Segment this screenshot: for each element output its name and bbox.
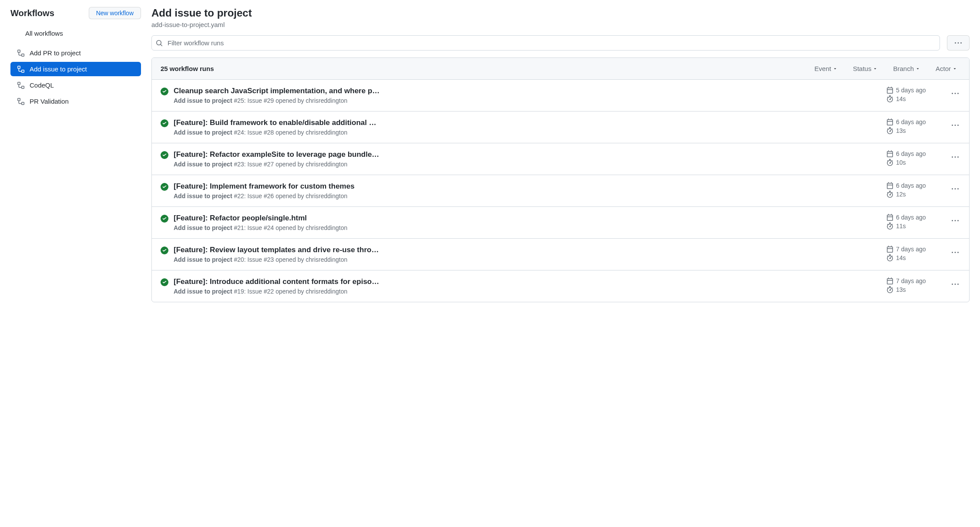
run-menu-button[interactable] [950, 277, 960, 293]
run-menu-button[interactable] [950, 118, 960, 134]
caret-down-icon [833, 67, 837, 71]
run-duration: 11s [896, 223, 906, 230]
run-time: 6 days ago [896, 182, 926, 189]
run-title[interactable]: [Feature]: Build framework to enable/dis… [174, 118, 881, 127]
run-meta: Add issue to project #21: Issue #24 open… [174, 224, 881, 231]
filter-event[interactable]: Event [815, 65, 837, 72]
run-duration: 14s [896, 254, 906, 261]
workflow-icon [17, 50, 24, 57]
stopwatch-icon [886, 286, 893, 293]
run-duration: 13s [896, 286, 906, 293]
sidebar-item-label: CodeQL [30, 81, 54, 89]
run-duration: 12s [896, 191, 906, 198]
caret-down-icon [873, 67, 877, 71]
run-meta: Add issue to project #20: Issue #23 open… [174, 256, 881, 263]
search-box [151, 35, 940, 51]
kebab-icon [955, 40, 962, 47]
stopwatch-icon [886, 191, 893, 198]
calendar-icon [886, 182, 893, 189]
run-menu-button[interactable] [950, 150, 960, 166]
run-item: [Feature]: Review layout templates and d… [152, 238, 969, 270]
kebab-icon [952, 186, 959, 193]
run-meta: Add issue to project #24: Issue #28 open… [174, 129, 881, 136]
kebab-icon [952, 217, 959, 224]
sidebar-item-label: PR Validation [30, 98, 69, 105]
success-icon [161, 278, 168, 286]
success-icon [161, 119, 168, 127]
run-time: 6 days ago [896, 214, 926, 221]
success-icon [161, 183, 168, 191]
success-icon [161, 88, 168, 95]
sidebar-item-label: Add issue to project [30, 65, 87, 73]
run-item: [Feature]: Introduce additional content … [152, 270, 969, 302]
run-menu-button[interactable] [950, 87, 960, 102]
sidebar-item-workflow[interactable]: PR Validation [10, 94, 141, 108]
filter-label: Status [853, 65, 872, 72]
filter-actor[interactable]: Actor [936, 65, 957, 72]
runs-count: 25 workflow runs [161, 65, 815, 72]
run-duration: 10s [896, 159, 906, 166]
workflow-icon [17, 98, 24, 105]
run-item: [Feature]: Refactor people/single.htmlAd… [152, 206, 969, 238]
calendar-icon [886, 150, 893, 157]
stopwatch-icon [886, 95, 893, 102]
filter-label: Branch [893, 65, 914, 72]
success-icon [161, 215, 168, 223]
run-meta: Add issue to project #25: Issue #29 open… [174, 97, 881, 104]
stopwatch-icon [886, 159, 893, 166]
filter-branch[interactable]: Branch [893, 65, 920, 72]
sidebar-title: Workflows [10, 8, 54, 18]
calendar-icon [886, 246, 893, 253]
run-title[interactable]: [Feature]: Review layout templates and d… [174, 246, 881, 254]
run-time: 6 days ago [896, 118, 926, 125]
kebab-icon [952, 154, 959, 161]
run-title[interactable]: [Feature]: Refactor exampleSite to lever… [174, 150, 881, 159]
run-item: [Feature]: Refactor exampleSite to lever… [152, 143, 969, 175]
run-time: 7 days ago [896, 246, 926, 253]
run-item: [Feature]: Implement framework for custo… [152, 175, 969, 206]
success-icon [161, 151, 168, 159]
calendar-icon [886, 87, 893, 94]
run-meta: Add issue to project #19: Issue #22 open… [174, 288, 881, 295]
workflow-icon [17, 82, 24, 89]
caret-down-icon [916, 67, 920, 71]
sidebar-item-all-workflows[interactable]: All workflows [10, 26, 141, 41]
stopwatch-icon [886, 127, 893, 134]
run-title[interactable]: [Feature]: Implement framework for custo… [174, 182, 881, 191]
sidebar-item-workflow[interactable]: Add PR to project [10, 46, 141, 60]
run-meta: Add issue to project #23: Issue #27 open… [174, 161, 881, 168]
kebab-icon [952, 122, 959, 129]
run-item: [Feature]: Build framework to enable/dis… [152, 111, 969, 143]
run-meta: Add issue to project #22: Issue #26 open… [174, 193, 881, 199]
sidebar-item-workflow[interactable]: CodeQL [10, 78, 141, 92]
caret-down-icon [953, 67, 957, 71]
runs-list: Cleanup search JavaScript implementation… [152, 80, 969, 302]
run-title[interactable]: [Feature]: Refactor people/single.html [174, 214, 881, 223]
run-time: 5 days ago [896, 87, 926, 94]
run-duration: 14s [896, 95, 906, 102]
filter-label: Actor [936, 65, 951, 72]
runs-box: 25 workflow runs Event Status Branch [151, 57, 970, 302]
run-menu-button[interactable] [950, 214, 960, 229]
run-menu-button[interactable] [950, 246, 960, 261]
run-duration: 13s [896, 127, 906, 134]
kebab-icon [952, 281, 959, 288]
run-title[interactable]: Cleanup search JavaScript implementation… [174, 87, 881, 95]
calendar-icon [886, 277, 893, 284]
sidebar: Workflows New workflow All workflows Add… [10, 7, 141, 302]
run-menu-button[interactable] [950, 182, 960, 197]
sidebar-item-label: Add PR to project [30, 49, 81, 57]
run-title[interactable]: [Feature]: Introduce additional content … [174, 277, 881, 286]
filter-status[interactable]: Status [853, 65, 878, 72]
success-icon [161, 247, 168, 254]
search-icon [156, 40, 163, 47]
kebab-icon [952, 90, 959, 97]
search-input[interactable] [151, 35, 940, 51]
run-time: 6 days ago [896, 150, 926, 157]
stopwatch-icon [886, 223, 893, 230]
workflow-menu-button[interactable] [947, 35, 970, 51]
sidebar-item-workflow[interactable]: Add issue to project [10, 62, 141, 76]
new-workflow-button[interactable]: New workflow [89, 7, 141, 19]
kebab-icon [952, 249, 959, 256]
sidebar-item-label: All workflows [25, 30, 63, 37]
